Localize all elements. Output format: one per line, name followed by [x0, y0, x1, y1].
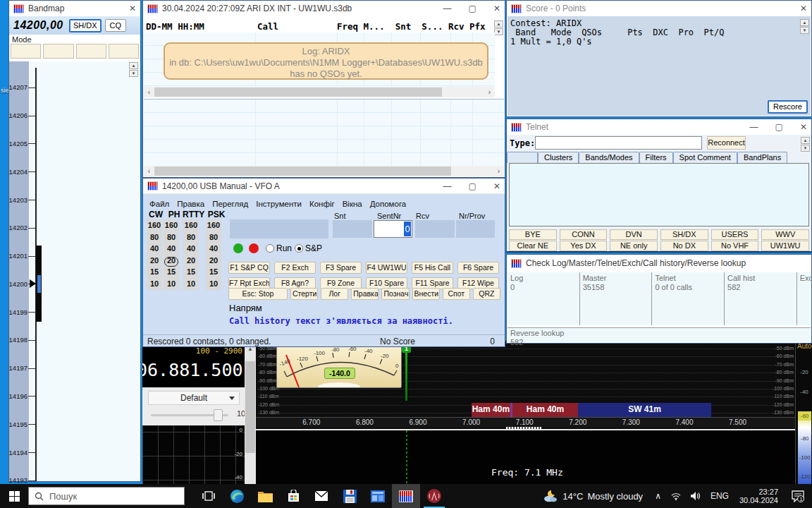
band-cell[interactable]: 15 [147, 266, 162, 278]
store-icon[interactable] [279, 484, 307, 508]
sdr-volume-slider[interactable] [151, 414, 228, 416]
menu-item[interactable]: Правка [177, 200, 204, 208]
close-icon[interactable]: ✕ [800, 122, 807, 132]
score-titlebar[interactable]: Score - 0 Points ✕ [507, 1, 811, 16]
band-cell[interactable]: 160 [147, 219, 162, 231]
action-button[interactable]: Спот [443, 288, 470, 300]
action-button[interactable]: Познач [381, 288, 409, 300]
telnet-button[interactable]: Yes DX [560, 241, 608, 251]
sp-radio[interactable] [295, 244, 303, 253]
band-cell[interactable]: 20 [147, 255, 162, 267]
telnet-button[interactable]: NE only [610, 241, 658, 251]
action-button[interactable]: Внести [412, 288, 440, 300]
telnet-button[interactable]: Clear NE [509, 241, 557, 251]
minimize-icon[interactable]: — [443, 4, 452, 13]
menu-item[interactable]: Допомога [370, 200, 407, 208]
sdr-panel-scrollbar[interactable]: ▲ [245, 344, 256, 484]
band-cell[interactable]: 10 [206, 278, 221, 290]
telnet-button[interactable]: USERS [711, 229, 759, 240]
volume-icon[interactable] [686, 492, 706, 500]
log-list-upper[interactable]: Log: ARIDXin db: C:\Users\uw1wu\Document… [144, 32, 495, 87]
telnet-output[interactable] [509, 163, 809, 226]
band-cell[interactable]: 160 [183, 219, 199, 231]
band-cell[interactable]: 15 [164, 266, 179, 278]
bandmap-titlebar[interactable]: Bandmap ✕ [9, 1, 140, 16]
weather-widget[interactable]: 14°C Mostly cloudy [536, 490, 650, 502]
action-button[interactable]: Esc: Stop [228, 288, 288, 300]
menu-item[interactable]: Інструменти [256, 200, 302, 208]
log-hscrollbar2[interactable]: ‹› [144, 166, 504, 176]
sdr-preset-dropdown[interactable]: Default [148, 391, 240, 405]
band-cell[interactable]: 160 [206, 219, 221, 231]
floppy-app-icon[interactable] [336, 484, 364, 508]
tab-bandplans[interactable]: BandPlans [737, 152, 787, 163]
maximize-icon[interactable]: ▢ [469, 4, 476, 13]
check-titlebar[interactable]: Check Log/Master/Telnet/Exch/Call histor… [507, 255, 811, 272]
telnet-button[interactable]: No VHF [711, 241, 759, 251]
band-cell[interactable]: 80 [206, 231, 221, 243]
bandmap-input[interactable] [43, 44, 73, 59]
entry-titlebar[interactable]: 14200,00 USB Manual - VFO A —▢✕ [143, 179, 505, 194]
sdr-taskbar-icon[interactable] [420, 484, 448, 508]
bandmap-input[interactable] [11, 44, 41, 59]
log-column-headers[interactable]: DD-MM HH:MM Call Freq M... Snt S... Rcv … [146, 21, 486, 32]
telnet-button[interactable]: CONN [560, 229, 608, 240]
sentnr-field[interactable]: 0 [374, 220, 412, 238]
close-icon[interactable]: ✕ [800, 4, 807, 13]
tab-clusters[interactable]: Clusters [538, 152, 579, 163]
tab-filters[interactable]: Filters [639, 152, 673, 163]
log-spinner[interactable]: ▲▼ [494, 20, 503, 35]
cq-button[interactable]: CQ [105, 19, 126, 32]
telnet-button[interactable]: SH/DX [660, 229, 708, 240]
slider-knob[interactable] [214, 409, 223, 421]
band-cell[interactable]: 10 [183, 278, 199, 290]
run-radio[interactable] [266, 244, 274, 253]
bandmap-spinner[interactable]: ▲▼ [129, 62, 138, 77]
n1mm-taskbar-icon[interactable] [392, 484, 420, 508]
log-titlebar[interactable]: 30.04.2024 20:27:09Z ARI DX INT - UW1WU.… [143, 1, 505, 16]
waterfall-scale[interactable]: Auto -20-40 -60-80-100-120 [795, 341, 812, 484]
telnet-spinner[interactable]: ▲▼ [801, 137, 810, 152]
band-cell[interactable]: 40 [183, 243, 199, 255]
close-icon[interactable]: ✕ [493, 181, 500, 191]
sdr-spectrum[interactable]: -50 dBm-60 dBm-70 dBm-80 dBm-90 dBm-100 … [256, 341, 795, 428]
sdr-frequency-display[interactable]: 06.881.500 [142, 360, 243, 380]
wifi-icon[interactable] [666, 492, 686, 500]
menu-item[interactable]: Конфіг [309, 200, 335, 208]
tab-bands-modes[interactable]: Bands/Modes [579, 152, 639, 163]
fkey-button[interactable]: F2 Exch [274, 262, 316, 274]
start-button[interactable] [0, 484, 28, 508]
fkey-button[interactable]: F4 UW1WU [366, 262, 407, 274]
band-cell[interactable]: 20 [206, 255, 221, 267]
tab-current[interactable] [507, 152, 538, 163]
telnet-button[interactable]: BYE [509, 229, 557, 240]
minimize-icon[interactable]: — [443, 181, 452, 191]
maximize-icon[interactable]: ▢ [469, 181, 476, 191]
band-cell[interactable]: 40 [147, 243, 162, 255]
telnet-command-input[interactable] [535, 136, 702, 150]
bandmap-input[interactable] [76, 44, 106, 59]
tray-expand-icon[interactable]: ∧ [650, 491, 666, 501]
menu-item[interactable]: Файл [149, 200, 169, 208]
fkey-button[interactable]: F1 S&P CQ [228, 262, 270, 274]
file-explorer-icon[interactable] [251, 484, 279, 508]
menu-item[interactable]: Перегляд [212, 200, 248, 208]
action-button[interactable]: Лог [321, 288, 348, 300]
band-cell[interactable]: 80 [164, 231, 179, 243]
action-button[interactable]: Правка [351, 288, 379, 300]
language-indicator[interactable]: ENG [706, 491, 734, 501]
menu-item[interactable]: Вікна [343, 200, 362, 208]
rcv-field[interactable] [415, 220, 455, 238]
fkey-button[interactable]: F3 Spare [320, 262, 362, 274]
log-list-lower[interactable] [144, 99, 504, 166]
rescore-button[interactable]: Rescore [768, 100, 808, 114]
telnet-titlebar[interactable]: Telnet —▢✕ [507, 119, 811, 135]
telnet-button[interactable]: No DX [660, 241, 708, 251]
taskbar-search[interactable]: Пошук [28, 487, 185, 505]
action-button[interactable]: QRZ [473, 288, 500, 300]
reconnect-button[interactable]: Reconnect [707, 136, 746, 150]
band-cell[interactable]: 10 [164, 278, 179, 290]
action-button[interactable]: Стерти [290, 288, 318, 300]
band-cell[interactable]: 10 [147, 278, 162, 290]
tab-spot-comment[interactable]: Spot Comment [673, 152, 737, 163]
